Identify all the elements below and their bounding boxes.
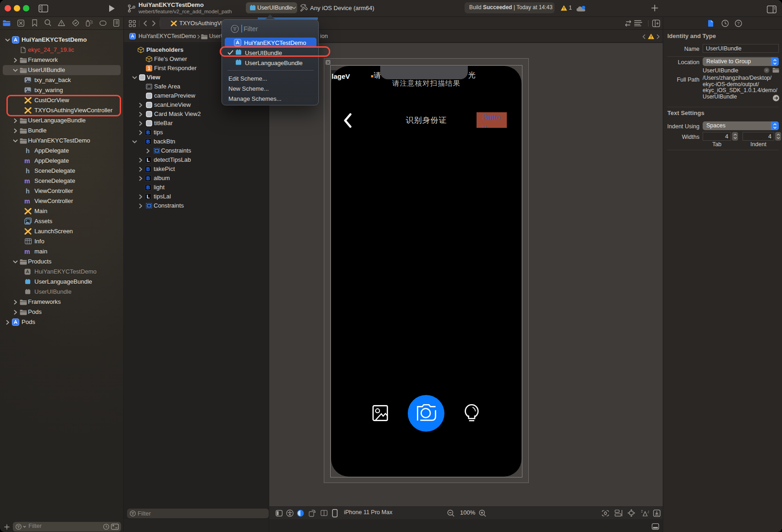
svg-text:?: ? — [737, 21, 739, 26]
